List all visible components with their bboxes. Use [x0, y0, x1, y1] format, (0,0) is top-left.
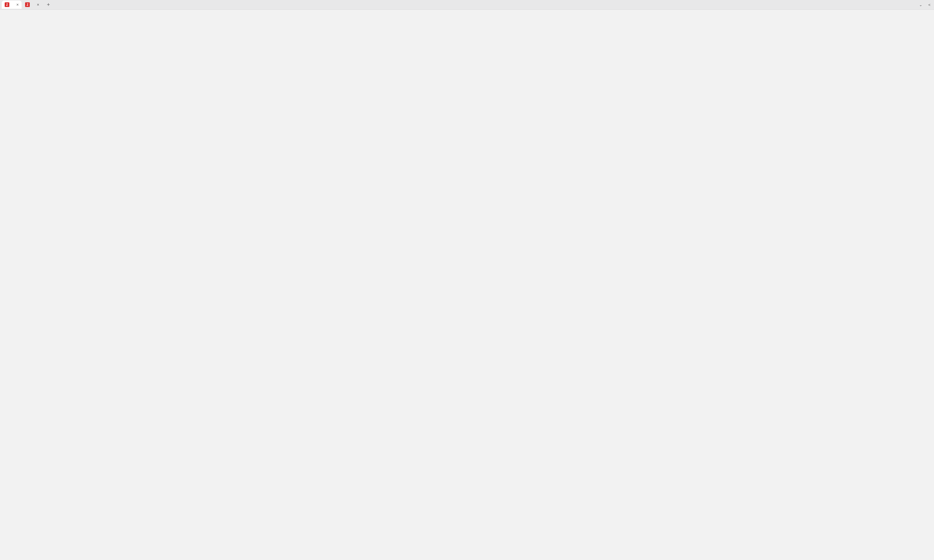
browser-tab[interactable]: Z × — [22, 1, 42, 9]
tab-close-icon[interactable]: × — [16, 2, 18, 7]
chevron-down-icon[interactable]: ⌄ — [919, 3, 922, 7]
new-tab-button[interactable]: + — [45, 2, 52, 8]
browser-chrome: Z × Z × + ⌄ < — [0, 0, 934, 10]
favicon-icon: Z — [25, 2, 30, 7]
window-controls: ⌄ < — [919, 3, 934, 7]
browser-tabs: Z × Z × + ⌄ < — [0, 0, 934, 9]
favicon-icon: Z — [5, 2, 9, 7]
browser-tab-active[interactable]: Z × — [2, 1, 22, 9]
tab-close-icon[interactable]: × — [37, 2, 39, 7]
